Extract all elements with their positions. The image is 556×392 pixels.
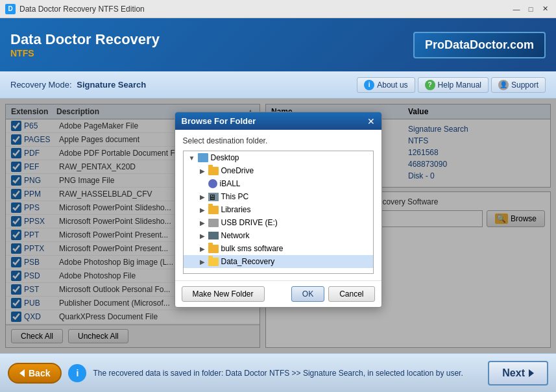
tree-item-label: Desktop — [211, 153, 239, 162]
tree-item[interactable]: ▶ Network — [184, 229, 373, 242]
back-button[interactable]: Back — [8, 363, 62, 384]
drive-icon — [208, 219, 219, 227]
header: Data Doctor Recovery NTFS ProDataDoctor.… — [0, 18, 556, 71]
app-icon: D — [5, 4, 16, 14]
tree-item[interactable]: ▶ 🖥 This PC — [184, 190, 373, 203]
tree-item-label: Data_Recovery — [221, 257, 275, 266]
support-button[interactable]: 👤 Support — [491, 77, 546, 93]
support-icon: 👤 — [498, 80, 509, 90]
info-icon: i — [364, 80, 374, 90]
person-icon — [208, 179, 217, 188]
dialog-close-button[interactable]: ✕ — [367, 117, 375, 126]
help-icon: ? — [425, 80, 435, 90]
tree-item[interactable]: ▶ bulk sms software — [184, 242, 373, 255]
folder-icon — [208, 206, 219, 214]
tree-item-label: bulk sms software — [221, 244, 284, 253]
tree-item-label: OneDrive — [221, 166, 254, 175]
footer: Back i The recovered data is saved in fo… — [0, 353, 556, 392]
titlebar: D Data Doctor Recovery NTFS Edition — □ … — [0, 0, 556, 18]
maximize-button[interactable]: □ — [525, 3, 537, 15]
toolbar: Recovery Mode: Signature Search i About … — [0, 71, 556, 99]
network-icon — [208, 232, 219, 239]
tree-expand-arrow: ▶ — [198, 258, 207, 265]
cancel-button[interactable]: Cancel — [328, 286, 374, 302]
window-controls: — □ ✕ — [511, 3, 551, 15]
brand-left: Data Doctor Recovery NTFS — [10, 31, 160, 58]
tree-item-label: Libraries — [221, 205, 251, 214]
tree-item-label: Network — [221, 231, 250, 240]
browse-dialog: Browse For Folder ✕ Select destination f… — [175, 112, 382, 308]
dialog-title: Browse For Folder — [182, 116, 256, 126]
tree-item-label: iBALL — [220, 179, 241, 188]
tree-item[interactable]: ▶ USB DRIVE (E:) — [184, 216, 373, 229]
tree-expand-arrow: ▶ — [198, 232, 207, 239]
toolbar-buttons: i About us ? Help Manual 👤 Support — [357, 77, 546, 93]
folder-icon — [208, 167, 219, 175]
dialog-overlay: Browse For Folder ✕ Select destination f… — [0, 99, 556, 353]
tree-item[interactable]: iBALL — [184, 177, 373, 190]
help-button[interactable]: ? Help Manual — [418, 77, 489, 93]
tree-expand-arrow: ▶ — [198, 167, 207, 175]
help-label: Help Manual — [438, 80, 481, 90]
tree-item[interactable]: ▶ OneDrive — [184, 164, 373, 177]
tree-item-label: This PC — [221, 192, 249, 201]
next-arrow-icon — [529, 369, 534, 377]
dialog-actions: Make New Folder OK Cancel — [175, 280, 381, 307]
folder-icon — [208, 245, 219, 253]
make-folder-button[interactable]: Make New Folder — [182, 286, 265, 302]
tree-item[interactable]: ▶ Libraries — [184, 203, 373, 216]
folder-icon — [208, 258, 219, 266]
window-title: Data Doctor Recovery NTFS Edition — [19, 5, 511, 14]
minimize-button[interactable]: — — [511, 3, 522, 15]
tree-item[interactable]: ▶ Data_Recovery — [184, 255, 373, 268]
tree-expand-arrow: ▼ — [187, 154, 197, 162]
footer-info-icon: i — [68, 364, 86, 382]
ok-button[interactable]: OK — [291, 286, 324, 302]
brand-sub: NTFS — [10, 48, 160, 58]
support-label: Support — [511, 80, 538, 90]
next-label: Next — [502, 367, 525, 379]
mode-value: Signature Search — [77, 80, 146, 90]
dialog-instruction: Select destination folder. — [183, 136, 374, 145]
about-label: About us — [377, 80, 407, 90]
tree-item-label: USB DRIVE (E:) — [221, 218, 278, 227]
tree-expand-arrow: ▶ — [198, 219, 207, 227]
folder-tree[interactable]: ▼ Desktop ▶ OneDrive iBALL ▶ 🖥 This PC ▶… — [183, 151, 374, 274]
tree-expand-arrow: ▶ — [198, 206, 207, 214]
main-content: Extension Description ▲ P65 Adobe PageMa… — [0, 99, 556, 353]
back-arrow-icon — [19, 369, 25, 377]
footer-info-text: The recovered data is saved in folder: D… — [93, 369, 481, 378]
pc-icon: 🖥 — [208, 193, 219, 201]
about-button[interactable]: i About us — [357, 77, 415, 93]
tree-item[interactable]: ▼ Desktop — [184, 151, 373, 164]
close-button[interactable]: ✕ — [539, 3, 551, 15]
back-label: Back — [29, 368, 50, 378]
mode-label: Recovery Mode: Signature Search — [10, 80, 146, 90]
tree-expand-arrow: ▶ — [198, 193, 207, 201]
next-button[interactable]: Next — [488, 361, 548, 386]
tree-expand-arrow: ▶ — [198, 245, 207, 252]
brand-website: ProDataDoctor.com — [413, 32, 546, 58]
desktop-icon — [198, 153, 208, 162]
brand-name: Data Doctor Recovery — [10, 31, 160, 48]
dialog-titlebar: Browse For Folder ✕ — [175, 112, 381, 130]
dialog-body: Select destination folder. ▼ Desktop ▶ O… — [175, 130, 381, 280]
